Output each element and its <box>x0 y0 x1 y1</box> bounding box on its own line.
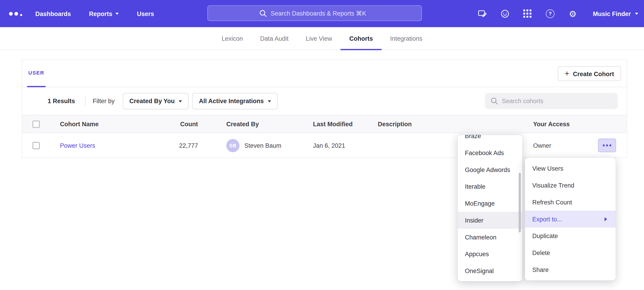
col-cohort-name: Cohort Name <box>60 120 158 128</box>
feedback-icon[interactable] <box>500 9 510 19</box>
submenu-item-moengage[interactable]: MoEngage <box>458 195 522 212</box>
col-count: Count <box>158 120 202 128</box>
primary-nav: Dashboards Reports Users <box>36 10 154 17</box>
submenu-item-appcues[interactable]: Appcues <box>458 246 522 262</box>
menu-item-view-users[interactable]: View Users <box>525 160 616 177</box>
project-name: Music Finder <box>593 10 631 17</box>
submenu-item-google-adwords[interactable]: Google Adwords <box>458 161 522 178</box>
tab-integrations[interactable]: Integrations <box>382 27 431 50</box>
row-context-menu: View Users Visualize Trend Refresh Count… <box>525 158 616 281</box>
submenu-arrow-icon <box>604 217 609 221</box>
search-icon <box>490 97 498 105</box>
app-root: Dashboards Reports Users <box>0 0 644 290</box>
tab-live-view[interactable]: Live View <box>297 27 341 50</box>
submenu-item-onesignal[interactable]: OneSignal <box>458 262 522 279</box>
menu-item-delete[interactable]: Delete <box>525 244 616 261</box>
tab-data-audit[interactable]: Data Audit <box>252 27 297 50</box>
create-cohort-button[interactable]: + Create Cohort <box>558 66 621 81</box>
cohort-count: 22,777 <box>158 142 202 149</box>
export-submenu-list: Braze Facebook Ads Google Adwords Iterab… <box>458 135 522 279</box>
help-glyph: ? <box>546 9 554 18</box>
created-by-name: Steven Baum <box>244 142 281 149</box>
cohort-search-input[interactable] <box>502 97 612 104</box>
nav-users-label: Users <box>137 10 154 17</box>
plus-icon: + <box>565 69 569 77</box>
global-search[interactable] <box>207 5 422 21</box>
topbar-right-cluster: ? ⚙ Music Finder <box>478 0 638 27</box>
col-created-by: Created By <box>202 120 289 128</box>
settings-icon[interactable]: ⚙ <box>568 9 578 19</box>
nav-reports-label: Reports <box>89 10 112 17</box>
submenu-item-insider[interactable]: Insider <box>458 212 522 229</box>
tab-lexicon[interactable]: Lexicon <box>213 27 252 50</box>
filter-toolbar: 1 Results Filter by Created By You All A… <box>22 87 627 115</box>
mixpanel-logo[interactable] <box>6 0 29 27</box>
apps-grid-icon[interactable] <box>523 9 532 19</box>
created-by-filter-dropdown[interactable]: Created By You <box>123 93 189 109</box>
chevron-down-icon <box>268 100 271 104</box>
tab-user-cohorts[interactable]: USER <box>27 60 46 87</box>
menu-item-share[interactable]: Share <box>525 261 616 278</box>
select-all-checkbox[interactable] <box>32 120 40 128</box>
integrations-filter-dropdown[interactable]: All Active Integrations <box>192 93 278 109</box>
project-switcher[interactable]: Music Finder <box>593 10 638 17</box>
section-tabs-bar: Lexicon Data Audit Live View Cohorts Int… <box>0 27 644 50</box>
menu-item-refresh-count[interactable]: Refresh Count <box>525 194 616 211</box>
cohort-row[interactable]: Power Users 22,777 SB Steven Baum Jan 6,… <box>22 133 627 158</box>
chevron-down-icon <box>179 100 182 104</box>
submenu-item-braze[interactable]: Braze <box>458 135 522 144</box>
cohorts-panel: USER + Create Cohort 1 Results Filter by… <box>22 60 627 158</box>
table-header: Cohort Name Count Created By Last Modifi… <box>22 115 627 133</box>
data-management-icon[interactable] <box>478 9 487 19</box>
global-search-input[interactable] <box>270 10 370 17</box>
cohort-search[interactable] <box>485 93 618 109</box>
menu-item-duplicate[interactable]: Duplicate <box>525 228 616 244</box>
cohort-type-tabs: USER + Create Cohort <box>22 60 627 87</box>
tab-cohorts[interactable]: Cohorts <box>341 27 382 50</box>
col-description: Description <box>354 120 509 128</box>
nav-dashboards[interactable]: Dashboards <box>36 10 71 17</box>
nav-users[interactable]: Users <box>137 10 154 17</box>
search-icon <box>259 9 267 17</box>
chevron-down-icon <box>116 13 119 17</box>
results-count: 1 Results <box>48 97 75 104</box>
help-icon[interactable]: ? <box>545 9 555 19</box>
chevron-down-icon <box>635 13 638 17</box>
submenu-item-facebook-ads[interactable]: Facebook Ads <box>458 144 522 161</box>
top-navigation-bar: Dashboards Reports Users <box>0 0 644 27</box>
submenu-item-chameleon[interactable]: Chameleon <box>458 229 522 246</box>
row-checkbox[interactable] <box>32 142 40 149</box>
col-your-access: Your Access <box>509 120 587 128</box>
filter-by-label: Filter by <box>93 97 115 104</box>
row-more-options-button[interactable] <box>598 138 616 152</box>
col-last-modified[interactable]: Last Modified <box>289 120 354 128</box>
scrollbar-thumb[interactable] <box>519 173 521 232</box>
menu-item-export-to[interactable]: Export to... <box>525 211 616 228</box>
last-modified-date: Jan 6, 2021 <box>289 142 354 149</box>
submenu-item-iterable[interactable]: Iterable <box>458 178 522 195</box>
menu-item-visualize-trend[interactable]: Visualize Trend <box>525 177 616 194</box>
export-submenu: Braze Facebook Ads Google Adwords Iterab… <box>458 135 522 281</box>
cohort-name-link[interactable]: Power Users <box>60 142 95 149</box>
avatar: SB <box>226 139 240 152</box>
nav-dashboards-label: Dashboards <box>36 10 71 17</box>
divider <box>85 96 86 106</box>
nav-reports[interactable]: Reports <box>89 10 119 17</box>
